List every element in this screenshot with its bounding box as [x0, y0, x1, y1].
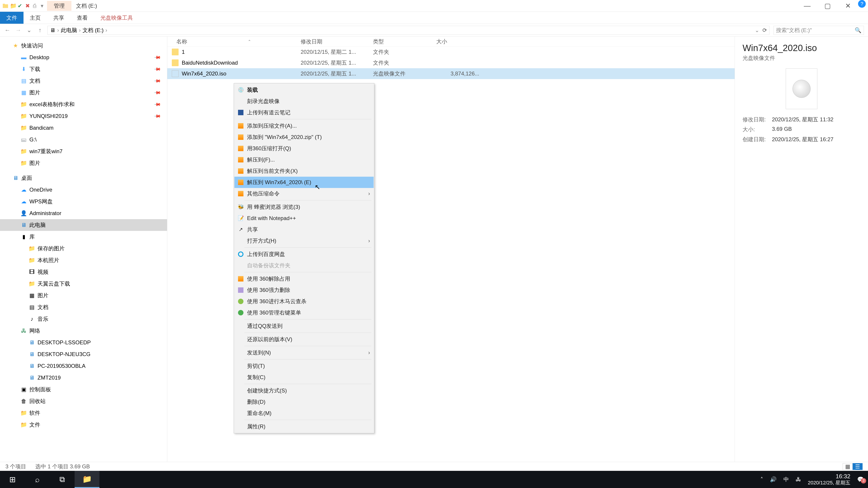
ctx-baidu[interactable]: 上传到百度网盘: [235, 249, 374, 260]
tree-recycle[interactable]: 🗑回收站: [0, 395, 167, 407]
tree-pictures[interactable]: ▦图片📌: [0, 87, 167, 98]
ribbon-tab-view[interactable]: 查看: [70, 12, 94, 24]
col-name[interactable]: 名称⌃: [167, 38, 301, 45]
address-dropdown-icon[interactable]: ⌄: [755, 27, 759, 33]
file-row-selected[interactable]: Win7x64_2020.iso 2020/12/25, 星期五 1... 光盘…: [167, 68, 735, 79]
tree-desktop[interactable]: ▬Desktop📌: [0, 52, 167, 63]
maximize-button[interactable]: ▢: [817, 0, 838, 12]
tree-library[interactable]: ▮库: [0, 231, 167, 242]
ctx-360-menu[interactable]: 使用 360管理右键菜单: [235, 307, 374, 318]
close-button[interactable]: ✕: [838, 0, 858, 12]
ctx-360-force[interactable]: 使用 360强力删除: [235, 285, 374, 296]
ctx-properties[interactable]: 属性(R): [235, 421, 374, 432]
col-size[interactable]: 大小: [436, 38, 486, 45]
nav-up-button[interactable]: ↑: [37, 27, 43, 34]
ctx-add-archive[interactable]: 添加到压缩文件(A)...: [235, 120, 374, 131]
crumb-thispc[interactable]: 此电脑: [61, 27, 77, 34]
ctx-add-zip[interactable]: 添加到 "Win7x64_2020.zip" (T): [235, 131, 374, 143]
tree-gdrive[interactable]: 🖴G:\: [0, 134, 167, 145]
ctx-restore[interactable]: 还原以前的版本(V): [235, 334, 374, 345]
tree-yunqishi[interactable]: 📁YUNQISHI2019📌: [0, 110, 167, 122]
ribbon-tab-share[interactable]: 共享: [47, 12, 70, 24]
tree-pc4[interactable]: 🖥ZMT2019: [0, 372, 167, 384]
tree-win7re[interactable]: 📁win7重装win7: [0, 145, 167, 157]
tree-quick-access[interactable]: ★快速访问: [0, 40, 167, 52]
nav-back-button[interactable]: ←: [4, 27, 11, 34]
tree-docs2[interactable]: ▤文档: [0, 301, 167, 313]
ribbon-tab-file[interactable]: 文件: [0, 12, 24, 24]
tree-pc3[interactable]: 🖥PC-20190530OBLA: [0, 360, 167, 372]
search-button[interactable]: ⌕: [25, 471, 50, 488]
tree-onedrive[interactable]: ☁OneDrive: [0, 184, 167, 196]
ctx-sendto[interactable]: 发送到(N)›: [235, 347, 374, 358]
col-type[interactable]: 类型: [373, 38, 436, 45]
tree-controlpanel[interactable]: ▣控制面板: [0, 384, 167, 395]
crumb-drive[interactable]: 文档 (E:): [83, 27, 103, 34]
ctx-open-360zip[interactable]: 用360压缩打开(Q): [235, 143, 374, 154]
ribbon-tab-home[interactable]: 主页: [24, 12, 47, 24]
help-icon[interactable]: ?: [858, 0, 866, 8]
ctx-copy[interactable]: 复制(C): [235, 372, 374, 383]
chevron-right-icon[interactable]: ›: [79, 27, 81, 33]
close-red-icon[interactable]: ✖: [25, 3, 32, 9]
ctx-cut[interactable]: 剪切(T): [235, 360, 374, 372]
tree-wps[interactable]: ☁WPS网盘: [0, 196, 167, 207]
file-row[interactable]: BaiduNetdiskDownload 2020/12/25, 星期五 1..…: [167, 57, 735, 68]
start-button[interactable]: ⊞: [0, 471, 25, 488]
tree-saved-pics[interactable]: 📁保存的图片: [0, 242, 167, 254]
tree-pics3[interactable]: ▦图片: [0, 290, 167, 301]
ime-indicator[interactable]: 中: [783, 476, 789, 483]
ctx-openwith[interactable]: 打开方式(H)›: [235, 235, 374, 247]
notifications-button[interactable]: 💬3: [857, 476, 864, 483]
tree-excel[interactable]: 📁excel表格制作求和📌: [0, 98, 167, 110]
tree-desktop-group[interactable]: 🖥桌面: [0, 172, 167, 184]
taskbar-clock[interactable]: 16:32 2020/12/25, 星期五: [808, 473, 850, 486]
ctx-rename[interactable]: 重命名(M): [235, 408, 374, 419]
breadcrumb[interactable]: 🖥 › 此电脑 › 文档 (E:) › ⌄⟳: [48, 26, 770, 35]
taskview-button[interactable]: ⧉: [50, 471, 74, 488]
search-icon[interactable]: 🔍: [855, 27, 862, 33]
nav-recent-dropdown[interactable]: ⌄: [26, 27, 33, 34]
ctx-360-unlock[interactable]: 使用 360解除占用: [235, 273, 374, 285]
tree-files[interactable]: 📁文件: [0, 419, 167, 431]
ribbon-tab-disctool[interactable]: 光盘映像工具: [94, 12, 139, 24]
ctx-youdao[interactable]: 上传到有道云笔记: [235, 107, 374, 118]
network-tray-icon[interactable]: 🖧: [796, 476, 801, 483]
tree-tianyi[interactable]: 📁天翼云盘下载: [0, 278, 167, 290]
search-input[interactable]: 搜索"文档 (E:)" 🔍: [774, 26, 864, 35]
refresh-icon[interactable]: ⟳: [763, 27, 767, 33]
tree-local-pics[interactable]: 📁本机照片: [0, 254, 167, 266]
open-folder-icon[interactable]: 📁: [10, 3, 16, 9]
ctx-extract-named[interactable]: 解压到 Win7x64_2020\ (E): [235, 177, 374, 188]
tray-chevron-icon[interactable]: ˄: [761, 476, 763, 483]
tree-thispc[interactable]: 🖥此电脑: [0, 219, 167, 231]
ctx-360-scan[interactable]: 使用 360进行木马云查杀: [235, 296, 374, 307]
ctx-qqsend[interactable]: 通过QQ发送到: [235, 320, 374, 332]
tree-soft[interactable]: 📁软件: [0, 407, 167, 419]
ctx-notepadpp[interactable]: 📝Edit with Notepad++: [235, 213, 374, 224]
ctx-other-archive[interactable]: 其他压缩命令›: [235, 188, 374, 199]
ctx-honey[interactable]: 🐝用 蜂蜜浏览器 浏览(3): [235, 201, 374, 213]
ctx-mount[interactable]: 💿装载: [235, 84, 374, 96]
tree-bandicam[interactable]: 📁Bandicam: [0, 122, 167, 134]
explorer-taskbar-button[interactable]: 📁: [74, 471, 99, 488]
view-thumbnails-button[interactable]: ▦: [843, 463, 852, 470]
tree-network[interactable]: 🖧网络: [0, 325, 167, 337]
check-icon[interactable]: ✔: [18, 3, 24, 9]
view-details-button[interactable]: ☰: [852, 463, 863, 470]
ctx-extract-here[interactable]: 解压到当前文件夹(X): [235, 165, 374, 177]
col-date[interactable]: 修改日期: [301, 38, 373, 45]
tree-downloads[interactable]: ⬇下载📌: [0, 63, 167, 75]
nav-forward-button[interactable]: →: [15, 27, 22, 34]
volume-icon[interactable]: 🔊: [770, 476, 777, 483]
qat-dropdown-icon[interactable]: ▾: [41, 3, 47, 9]
contextual-tab-manage[interactable]: 管理: [47, 1, 71, 11]
chevron-right-icon[interactable]: ›: [105, 27, 107, 33]
tree-pc1[interactable]: 🖥DESKTOP-LSSOEDP: [0, 337, 167, 348]
tree-documents[interactable]: ▤文档📌: [0, 75, 167, 87]
tree-video[interactable]: 🎞视频: [0, 266, 167, 278]
tree-admin[interactable]: 👤Administrator: [0, 207, 167, 219]
tree-pictures2[interactable]: 📁图片: [0, 157, 167, 169]
ctx-shortcut[interactable]: 创建快捷方式(S): [235, 385, 374, 396]
print-icon[interactable]: ⎙: [33, 3, 39, 9]
